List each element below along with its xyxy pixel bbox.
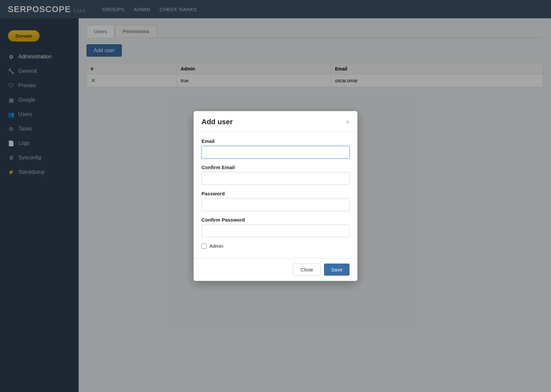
password-label: Password [201,191,350,196]
confirm-email-field-group: Confirm Email [201,165,350,185]
close-button[interactable]: Close [293,264,320,276]
admin-checkbox-label: Admin [209,243,223,249]
save-button[interactable]: Save [324,264,350,276]
modal-overlay[interactable]: Add user × Email Confirm Email Password … [0,0,551,392]
modal-close-button[interactable]: × [346,119,350,125]
confirm-password-label: Confirm Password [201,217,350,223]
confirm-email-label: Confirm Email [201,165,350,170]
modal-header: Add user × [194,111,357,132]
email-label: Email [201,138,350,144]
password-field-group: Password [201,191,350,211]
admin-checkbox-group: Admin [201,243,350,249]
admin-checkbox[interactable] [201,244,207,249]
add-user-modal: Add user × Email Confirm Email Password … [194,111,357,281]
email-input[interactable] [201,146,350,159]
modal-footer: Close Save [194,258,357,281]
confirm-email-input[interactable] [201,172,350,185]
confirm-password-field-group: Confirm Password [201,217,350,237]
modal-title: Add user [201,118,233,126]
email-field-group: Email [201,138,350,159]
password-input[interactable] [201,198,350,211]
modal-body: Email Confirm Email Password Confirm Pas… [194,132,357,258]
confirm-password-input[interactable] [201,225,350,237]
